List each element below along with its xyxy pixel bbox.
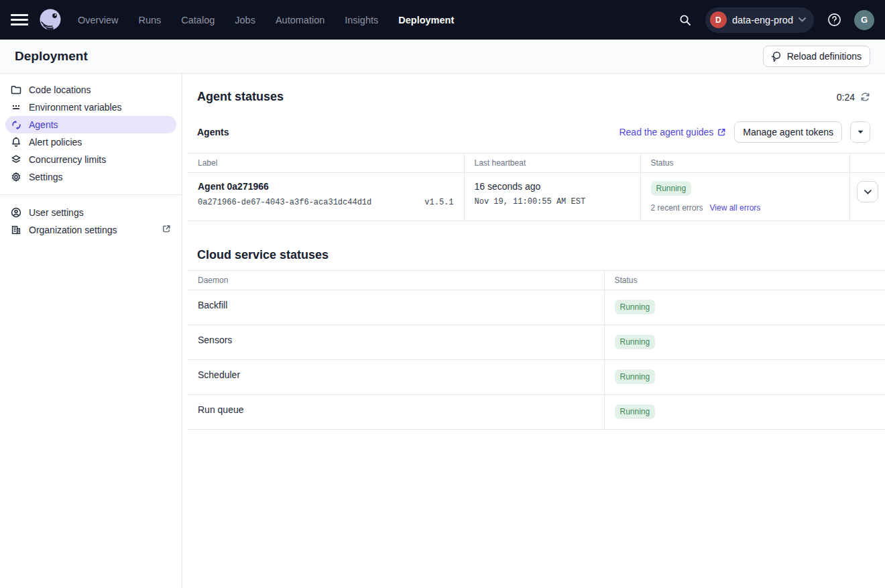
agents-table: Label Last heartbeat Status Agent 0a2719… — [188, 153, 885, 221]
main-content: Agent statuses 0:24 Agents Read the agen… — [182, 74, 885, 588]
column-header-status: Status — [640, 154, 850, 173]
agent-id: 0a271966-de67-4043-a3f6-aca31dc44d1d — [198, 198, 371, 207]
column-header-actions — [850, 154, 885, 173]
sidebar-item-settings[interactable]: Settings — [0, 168, 182, 186]
page-header: Deployment Reload definitions — [0, 40, 885, 74]
sidebar-item-label: Environment variables — [29, 102, 122, 113]
recent-errors-text: 2 recent errors — [651, 203, 703, 213]
chevron-down-icon — [799, 17, 806, 22]
page-title: Deployment — [15, 49, 88, 64]
heartbeat-relative: 16 seconds ago — [475, 181, 630, 192]
user-circle-icon — [11, 207, 21, 218]
env-vars-icon — [11, 102, 21, 113]
daemon-row: Scheduler Running — [188, 360, 885, 395]
help-icon[interactable] — [823, 9, 845, 31]
agent-guides-link-label: Read the agent guides — [619, 127, 713, 137]
dagster-logo-icon[interactable] — [38, 7, 63, 33]
countdown-value: 0:24 — [837, 92, 855, 103]
sidebar-item-label: User settings — [29, 207, 84, 218]
sidebar-item-alert-policies[interactable]: Alert policies — [0, 133, 182, 151]
sidebar-item-organization-settings[interactable]: Organization settings — [0, 221, 182, 239]
top-nav-bar: Overview Runs Catalog Jobs Automation In… — [0, 0, 885, 40]
column-header-status: Status — [604, 271, 885, 290]
user-avatar[interactable]: G — [854, 10, 874, 30]
cloud-service-statuses-title: Cloud service statuses — [197, 248, 870, 262]
sidebar-item-label: Code locations — [29, 84, 91, 95]
sidebar-item-label: Concurrency limits — [29, 154, 106, 165]
cloud-services-table: Daemon Status Backfill Running Sensors R… — [188, 270, 885, 430]
workspace-switcher[interactable]: D data-eng-prod — [705, 7, 814, 33]
workspace-avatar: D — [710, 11, 727, 28]
deployment-sidebar: Code locations Environment variables Age… — [0, 74, 182, 588]
reload-definitions-button[interactable]: Reload definitions — [763, 46, 870, 67]
heartbeat-timestamp: Nov 19, 11:00:55 AM EST — [475, 197, 630, 207]
sidebar-item-concurrency-limits[interactable]: Concurrency limits — [0, 151, 182, 168]
sidebar-item-label: Settings — [29, 172, 63, 182]
manage-agent-tokens-button[interactable]: Manage agent tokens — [734, 121, 842, 143]
external-link-icon — [162, 225, 171, 235]
manage-agent-tokens-label: Manage agent tokens — [743, 127, 833, 137]
daemon-status-badge: Running — [615, 300, 656, 314]
daemon-row: Run queue Running — [188, 395, 885, 430]
daemon-name: Scheduler — [188, 360, 604, 395]
sidebar-item-environment-variables[interactable]: Environment variables — [0, 99, 182, 116]
sidebar-item-label: Agents — [29, 119, 58, 130]
agent-status-badge: Running — [651, 181, 692, 196]
reload-icon — [772, 51, 782, 62]
caret-down-icon — [858, 130, 864, 134]
bell-icon — [11, 137, 21, 148]
nav-item-deployment[interactable]: Deployment — [398, 15, 454, 25]
sidebar-item-agents[interactable]: Agents — [5, 116, 176, 133]
daemon-row: Sensors Running — [188, 325, 885, 360]
nav-item-automation[interactable]: Automation — [276, 15, 324, 25]
reload-definitions-label: Reload definitions — [787, 51, 862, 62]
building-icon — [11, 225, 21, 235]
gear-icon — [11, 172, 21, 182]
agent-guides-link[interactable]: Read the agent guides — [619, 127, 726, 137]
sidebar-item-code-locations[interactable]: Code locations — [0, 81, 182, 99]
refresh-countdown: 0:24 — [837, 92, 870, 103]
agents-section-label: Agents — [197, 127, 229, 137]
top-nav-right: D data-eng-prod G — [674, 7, 874, 33]
nav-item-overview[interactable]: Overview — [78, 15, 118, 25]
nav-item-runs[interactable]: Runs — [138, 15, 161, 25]
agent-name: Agent 0a271966 — [198, 181, 454, 192]
primary-nav: Overview Runs Catalog Jobs Automation In… — [78, 15, 454, 25]
column-header-heartbeat: Last heartbeat — [464, 154, 640, 173]
nav-item-insights[interactable]: Insights — [345, 15, 378, 25]
nav-item-jobs[interactable]: Jobs — [235, 15, 255, 25]
daemon-status-badge: Running — [615, 404, 656, 419]
daemon-status-badge: Running — [615, 369, 656, 384]
layers-icon — [11, 154, 21, 165]
sidebar-divider — [0, 194, 182, 195]
search-icon[interactable] — [674, 9, 696, 31]
daemon-name: Backfill — [188, 290, 604, 325]
column-header-daemon: Daemon — [188, 271, 604, 290]
daemon-name: Run queue — [188, 395, 604, 430]
daemon-row: Backfill Running — [188, 290, 885, 325]
hamburger-menu-icon[interactable] — [11, 11, 28, 29]
agent-expand-button[interactable] — [857, 181, 878, 202]
chevron-down-icon — [864, 190, 872, 194]
agent-statuses-title: Agent statuses — [197, 90, 284, 104]
agent-icon — [11, 119, 21, 130]
nav-item-catalog[interactable]: Catalog — [181, 15, 215, 25]
sidebar-item-label: Organization settings — [29, 225, 117, 235]
workspace-name: data-eng-prod — [732, 15, 793, 25]
agent-actions-dropdown-button[interactable] — [850, 121, 870, 143]
folder-icon — [11, 84, 21, 95]
sidebar-item-label: Alert policies — [29, 137, 82, 148]
agent-version: v1.5.1 — [424, 198, 453, 207]
sidebar-item-user-settings[interactable]: User settings — [0, 204, 182, 221]
refresh-icon[interactable] — [860, 92, 870, 102]
external-link-icon — [717, 128, 726, 137]
column-header-label: Label — [188, 154, 464, 173]
daemon-name: Sensors — [188, 325, 604, 360]
daemon-status-badge: Running — [615, 335, 656, 349]
view-all-errors-link[interactable]: View all errors — [710, 203, 761, 213]
agent-row: Agent 0a271966 0a271966-de67-4043-a3f6-a… — [188, 173, 885, 221]
